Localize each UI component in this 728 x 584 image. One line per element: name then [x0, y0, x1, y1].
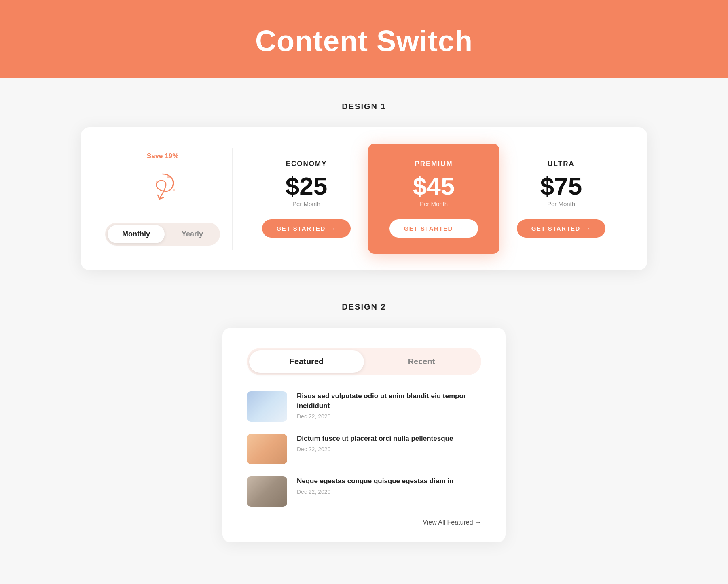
article-item-1: Risus sed vulputate odio ut enim blandit…	[247, 391, 481, 422]
design1-label: DESIGN 1	[81, 102, 647, 111]
yearly-toggle-btn[interactable]: Yearly	[167, 225, 218, 243]
article-info-2: Dictum fusce ut placerat orci nulla pell…	[297, 434, 481, 452]
design2-label: DESIGN 2	[81, 302, 647, 312]
article-date-3: Dec 22, 2020	[297, 488, 481, 495]
article-info-3: Neque egestas congue quisque egestas dia…	[297, 476, 481, 495]
article-list: Risus sed vulputate odio ut enim blandit…	[247, 391, 481, 507]
design2-card: Featured Recent Risus sed vulputate odio…	[222, 328, 506, 542]
tab-recent[interactable]: Recent	[364, 350, 479, 373]
article-info-1: Risus sed vulputate odio ut enim blandit…	[297, 391, 481, 420]
premium-plan-name: PREMIUM	[415, 160, 453, 168]
billing-toggle[interactable]: Monthly Yearly	[105, 223, 220, 246]
premium-cta-button[interactable]: GET STARTED →	[389, 219, 478, 238]
svg-point-0	[167, 176, 170, 178]
article-date-2: Dec 22, 2020	[297, 446, 481, 452]
economy-cta-button[interactable]: GET STARTED →	[262, 219, 351, 238]
content-tabs: Featured Recent	[247, 348, 481, 375]
article-title-3: Neque egestas congue quisque egestas dia…	[297, 476, 481, 486]
article-thumb-3	[247, 476, 287, 507]
premium-plan: PREMIUM $45 Per Month GET STARTED →	[368, 144, 499, 254]
article-thumb-2	[247, 434, 287, 464]
arrow-icon: →	[330, 225, 336, 232]
view-all-label[interactable]: View All Featured →	[423, 519, 481, 526]
page-header: Content Switch	[0, 0, 728, 78]
article-item-3: Neque egestas congue quisque egestas dia…	[247, 476, 481, 507]
economy-plan-name: ECONOMY	[286, 160, 327, 168]
article-title-2: Dictum fusce ut placerat orci nulla pell…	[297, 434, 481, 444]
ultra-plan-name: ULTRA	[548, 160, 574, 168]
economy-cta-label: GET STARTED	[277, 225, 326, 232]
svg-point-2	[173, 189, 175, 191]
design1-card: Save 19% Monthly Yearly ECONOMY $25 Per …	[81, 127, 647, 270]
svg-point-1	[156, 181, 157, 183]
article-item-2: Dictum fusce ut placerat orci nulla pell…	[247, 434, 481, 464]
ultra-plan: ULTRA $75 Per Month GET STARTED →	[499, 148, 623, 250]
article-date-1: Dec 22, 2020	[297, 413, 481, 420]
economy-plan: ECONOMY $25 Per Month GET STARTED →	[245, 148, 368, 250]
article-thumb-1	[247, 391, 287, 422]
tab-featured[interactable]: Featured	[249, 350, 364, 373]
divider	[232, 148, 233, 250]
ultra-price: $75	[540, 174, 582, 199]
save-badge: Save 19%	[147, 152, 178, 160]
premium-cta-label: GET STARTED	[404, 225, 453, 232]
arrow-icon: →	[457, 225, 464, 232]
page-title: Content Switch	[0, 24, 728, 57]
swirl-icon	[144, 170, 181, 210]
economy-period: Per Month	[292, 200, 320, 207]
view-all-link[interactable]: View All Featured →	[247, 519, 481, 526]
pricing-toggle-col: Save 19% Monthly Yearly	[105, 152, 220, 246]
ultra-cta-button[interactable]: GET STARTED →	[517, 219, 606, 238]
ultra-period: Per Month	[547, 200, 575, 207]
premium-price: $45	[413, 174, 455, 199]
premium-period: Per Month	[420, 200, 448, 207]
ultra-cta-label: GET STARTED	[531, 225, 580, 232]
arrow-icon: →	[584, 225, 591, 232]
article-title-1: Risus sed vulputate odio ut enim blandit…	[297, 391, 481, 411]
economy-price: $25	[286, 174, 327, 199]
monthly-toggle-btn[interactable]: Monthly	[108, 225, 165, 243]
